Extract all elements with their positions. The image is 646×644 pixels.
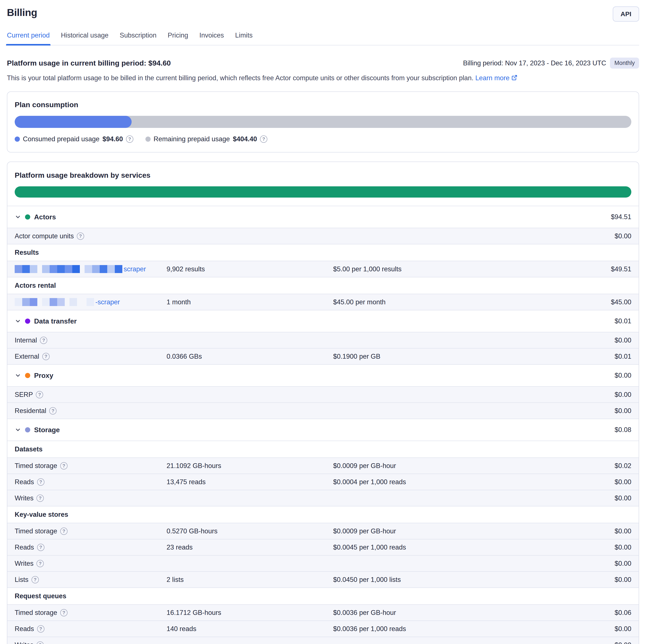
usage-summary-row: Platform usage in current billing period… — [7, 57, 639, 69]
help-icon[interactable]: ? — [36, 641, 44, 644]
breakdown-title: Platform usage breakdown by services — [15, 171, 631, 179]
page-title: Billing — [7, 6, 37, 18]
storage-dot-icon — [25, 427, 30, 432]
external-link-icon — [511, 75, 517, 83]
plan-consumption-card: Plan consumption Consumed prepaid usage … — [7, 92, 639, 152]
top-bar: Billing API — [7, 0, 639, 22]
plan-consumption-title: Plan consumption — [15, 101, 631, 109]
plan-consumption-bar — [15, 116, 631, 128]
row-results-scraper: scraper 9,902 results $5.00 per 1,000 re… — [7, 261, 639, 277]
legend-remaining: Remaining prepaid usage $404.40 ? — [145, 135, 267, 143]
tab-subscription[interactable]: Subscription — [120, 31, 156, 45]
chevron-down-icon — [15, 426, 21, 433]
remaining-dot-icon — [145, 137, 150, 142]
service-section-actors[interactable]: Actors $94.51 — [7, 206, 639, 228]
row-rq-writes: Writes? $0.00 — [7, 637, 639, 644]
consumed-usage-fill — [15, 116, 132, 128]
tab-invoices[interactable]: Invoices — [199, 31, 224, 45]
subsection-actors-rental: Actors rental — [7, 277, 639, 294]
help-icon[interactable]: ? — [36, 495, 44, 502]
help-icon[interactable]: ? — [37, 544, 44, 551]
services-total-bar — [15, 186, 631, 198]
row-rental-scraper: -scraper 1 month $45.00 per month $45.00 — [7, 294, 639, 310]
legend-consumed: Consumed prepaid usage $94.60 ? — [15, 135, 133, 143]
help-icon[interactable]: ? — [36, 560, 44, 567]
help-icon[interactable]: ? — [60, 609, 68, 616]
usage-breakdown-card: Platform usage breakdown by services Act… — [7, 161, 639, 644]
row-datasets-reads: Reads? 13,475 reads $0.0004 per 1,000 re… — [7, 474, 639, 490]
help-icon[interactable]: ? — [37, 478, 44, 486]
redacted-actor-name — [15, 298, 94, 306]
tab-current-period[interactable]: Current period — [7, 31, 49, 45]
help-icon[interactable]: ? — [42, 353, 49, 360]
row-kvs-lists: Lists? 2 lists $0.0450 per 1,000 lists $… — [7, 571, 639, 588]
tab-limits[interactable]: Limits — [235, 31, 253, 45]
plan-consumption-legend: Consumed prepaid usage $94.60 ? Remainin… — [15, 135, 631, 143]
row-residental: Residental? $0.00 — [7, 402, 639, 419]
usage-summary-title: Platform usage in current billing period… — [7, 59, 171, 67]
help-icon[interactable]: ? — [60, 528, 68, 535]
billing-page: Billing API Current period Historical us… — [0, 0, 646, 644]
subsection-datasets: Datasets — [7, 440, 639, 458]
help-icon[interactable]: ? — [37, 625, 44, 633]
row-kvs-timed-storage: Timed storage? 0.5270 GB-hours $0.0009 p… — [7, 523, 639, 539]
tab-historical-usage[interactable]: Historical usage — [61, 31, 109, 45]
help-icon[interactable]: ? — [260, 135, 267, 143]
row-internal: Internal? $0.00 — [7, 332, 639, 348]
consumed-dot-icon — [15, 137, 20, 142]
subsection-key-value-stores: Key-value stores — [7, 506, 639, 523]
help-icon[interactable]: ? — [40, 337, 47, 344]
data-transfer-dot-icon — [25, 318, 30, 324]
usage-description: This is your total platform usage to be … — [7, 74, 639, 83]
proxy-dot-icon — [25, 373, 30, 378]
row-kvs-reads: Reads? 23 reads $0.0045 per 1,000 reads … — [7, 539, 639, 555]
service-section-data-transfer[interactable]: Data transfer $0.01 — [7, 310, 639, 332]
row-rq-reads: Reads? 140 reads $0.0036 per 1,000 reads… — [7, 621, 639, 637]
service-section-storage[interactable]: Storage $0.08 — [7, 419, 639, 440]
help-icon[interactable]: ? — [60, 462, 68, 470]
service-section-proxy[interactable]: Proxy $0.00 — [7, 364, 639, 386]
subsection-request-queues: Request queues — [7, 588, 639, 604]
api-button[interactable]: API — [613, 6, 639, 22]
help-icon[interactable]: ? — [126, 135, 133, 143]
actor-link[interactable]: -scraper — [95, 298, 120, 306]
help-icon[interactable]: ? — [31, 576, 39, 584]
tab-bar: Current period Historical usage Subscrip… — [7, 31, 639, 45]
help-icon[interactable]: ? — [36, 391, 43, 398]
chevron-down-icon — [15, 372, 21, 379]
row-datasets-timed-storage: Timed storage? 21.1092 GB-hours $0.0009 … — [7, 458, 639, 474]
row-serp: SERP? $0.00 — [7, 386, 639, 402]
chevron-down-icon — [15, 214, 21, 220]
row-rq-timed-storage: Timed storage? 16.1712 GB-hours $0.0036 … — [7, 604, 639, 621]
actor-link[interactable]: scraper — [124, 265, 146, 273]
learn-more-link[interactable]: Learn more — [475, 74, 517, 82]
billing-period-text: Billing period: Nov 17, 2023 - Dec 16, 2… — [463, 59, 606, 67]
help-icon[interactable]: ? — [77, 233, 84, 240]
row-external: External? 0.0366 GBs $0.1900 per GB $0.0… — [7, 348, 639, 364]
actors-dot-icon — [25, 214, 30, 220]
billing-cycle-badge: Monthly — [610, 57, 639, 69]
row-datasets-writes: Writes? $0.00 — [7, 490, 639, 506]
row-kvs-writes: Writes? $0.00 — [7, 555, 639, 571]
breakdown-rows: Actors $94.51 Actor compute units? $0.00… — [7, 206, 639, 644]
redacted-actor-name — [15, 265, 122, 273]
tab-pricing[interactable]: Pricing — [168, 31, 188, 45]
row-actor-compute-units: Actor compute units? $0.00 — [7, 228, 639, 244]
chevron-down-icon — [15, 318, 21, 325]
subsection-results: Results — [7, 244, 639, 261]
help-icon[interactable]: ? — [49, 407, 57, 414]
